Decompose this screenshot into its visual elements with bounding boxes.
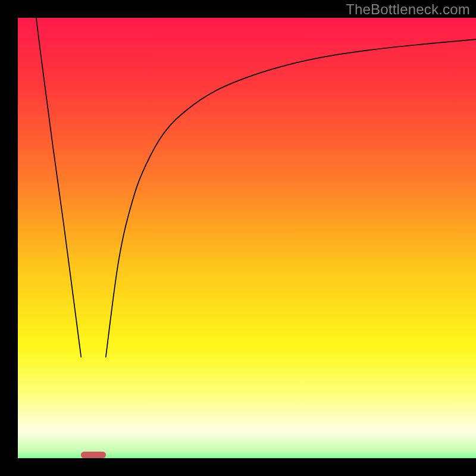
plot-area xyxy=(18,18,476,458)
curve-layer xyxy=(18,18,476,458)
left-limb-curve xyxy=(36,18,81,357)
right-limb-curve xyxy=(106,39,476,357)
bottleneck-marker xyxy=(81,452,106,458)
chart-frame: TheBottleneck.com xyxy=(0,0,476,476)
watermark-text: TheBottleneck.com xyxy=(346,1,470,18)
